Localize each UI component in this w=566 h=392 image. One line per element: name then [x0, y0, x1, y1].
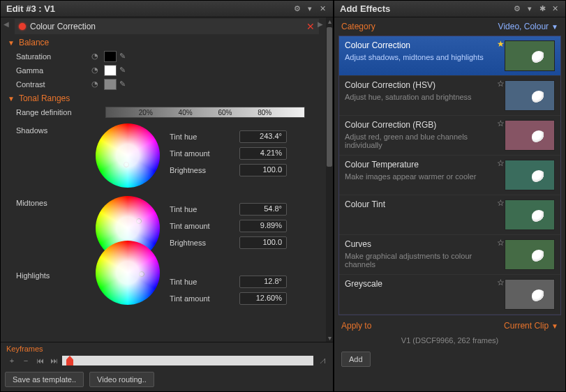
tonal-group-label: Shadows [16, 123, 86, 135]
colour-wheel-cursor[interactable] [124, 162, 129, 167]
tint-hue-row: Tint hue243.4° [170, 130, 287, 143]
tint-hue-value[interactable]: 12.8° [239, 276, 287, 288]
tint-amount-value[interactable]: 12.60% [239, 292, 287, 305]
scrollbar-thumb[interactable] [327, 27, 332, 167]
star-icon[interactable]: ☆ [497, 198, 505, 208]
colour-wheel-cursor[interactable] [139, 271, 144, 277]
tint-amount-label: Tint amount [170, 222, 232, 230]
effect-item[interactable]: Curves Make graphical adjustments to col… [339, 235, 560, 275]
keyframe-track[interactable] [62, 356, 313, 365]
keyframe-add-button[interactable]: + [6, 356, 17, 365]
tint-hue-label: Tint hue [170, 278, 232, 286]
category-row[interactable]: Category Video, Colour ▼ [334, 17, 565, 36]
dropdown-icon[interactable]: ▾ [305, 4, 315, 14]
category-value: Video, Colour [498, 22, 549, 31]
effect-thumbnail [505, 160, 555, 190]
keyframe-first-button[interactable]: ⏮ [34, 356, 45, 365]
effect-item[interactable]: Colour Temperature Make images appear wa… [339, 156, 560, 195]
keyframe-marker[interactable] [66, 356, 73, 365]
gear-icon[interactable]: ⚙ [292, 4, 302, 14]
edit-icon[interactable]: ✎ [119, 80, 129, 89]
dropdown-icon[interactable]: ▾ [525, 4, 535, 14]
keyframe-curve-button[interactable]: ⩘ [316, 356, 327, 365]
disclosure-triangle-icon: ▼ [8, 39, 15, 47]
effect-item[interactable]: Greyscale ☆ [339, 275, 560, 315]
saturation-swatch[interactable] [104, 51, 117, 62]
effect-item-desc: Make images appear warmer or cooler [345, 172, 499, 181]
effect-item[interactable]: Colour Correction (HSV) Adjust hue, satu… [339, 76, 560, 116]
brightness-value[interactable]: 100.0 [239, 164, 287, 176]
tint-hue-label: Tint hue [170, 133, 232, 141]
scroll-up-icon[interactable]: ▴ [326, 17, 333, 25]
effect-item-name: Colour Correction [345, 40, 499, 50]
contrast-row: Contrast ◔ ✎ [1, 77, 333, 91]
star-icon[interactable]: ☆ [497, 158, 505, 168]
apply-to-row[interactable]: Apply to Current Clip ▼ [334, 315, 565, 333]
keyframe-icon[interactable]: ◔ [91, 52, 101, 61]
colour-wheel[interactable] [96, 241, 160, 305]
effect-thumbnail [505, 239, 555, 270]
effect-item[interactable]: Colour Correction (RGB) Adjust red, gree… [339, 116, 560, 156]
tint-amount-value[interactable]: 9.89% [239, 220, 287, 232]
gamma-row: Gamma ◔ ✎ [1, 63, 333, 77]
add-button[interactable]: Add [341, 352, 371, 367]
close-icon[interactable]: ✕ [318, 4, 327, 14]
tint-hue-value[interactable]: 243.4° [239, 130, 287, 143]
star-icon[interactable]: ☆ [497, 278, 505, 287]
tint-amount-value[interactable]: 4.21% [239, 147, 287, 160]
effect-thumbnail [505, 279, 555, 310]
save-template-button[interactable]: Save as template.. [5, 372, 84, 387]
effect-item-desc: Adjust red, green and blue channels indi… [345, 133, 499, 149]
edit-icon[interactable]: ✎ [119, 52, 129, 61]
chevron-right-icon[interactable]: ▶ [316, 20, 325, 28]
apply-to-label: Apply to [341, 321, 504, 331]
tonal-group-shadows: Shadows Tint hue243.4° Tint amount4.21% … [1, 119, 333, 192]
disclosure-triangle-icon: ▼ [8, 95, 15, 103]
tonal-group-header[interactable]: ▼ Tonal Ranges [1, 91, 333, 105]
gamma-label: Gamma [16, 66, 86, 75]
effect-remove-icon[interactable]: ✕ [306, 21, 315, 32]
chevron-left-icon[interactable]: ◀ [2, 20, 10, 28]
range-definition-slider[interactable]: 20%40%60%80% [105, 107, 305, 118]
tint-amount-row: Tint amount4.21% [170, 147, 287, 160]
star-icon[interactable]: ☆ [497, 79, 505, 89]
brightness-value[interactable]: 100.0 [239, 236, 287, 249]
colour-wheel-cursor[interactable] [136, 218, 142, 224]
effect-item[interactable]: Colour Tint ☆ [339, 195, 560, 235]
contrast-label: Contrast [16, 80, 86, 89]
effect-enabled-dot[interactable] [19, 23, 26, 30]
scroll-down-icon[interactable]: ▾ [326, 334, 333, 342]
keyframe-icon[interactable]: ◔ [91, 66, 101, 75]
colour-wheel[interactable] [96, 123, 160, 188]
effect-thumbnail [505, 199, 555, 230]
pin-icon[interactable]: ✱ [537, 4, 547, 14]
chevron-down-icon[interactable]: ▼ [551, 23, 558, 31]
tint-hue-label: Tint hue [170, 205, 232, 213]
apply-to-value: Current Clip [504, 321, 549, 331]
edit-panel-title: Edit #3 : V1 [6, 3, 290, 14]
chevron-down-icon[interactable]: ▼ [551, 322, 558, 330]
star-icon[interactable]: ☆ [497, 238, 505, 248]
tonal-group-title: Tonal Ranges [19, 93, 70, 103]
keyframe-icon[interactable]: ◔ [91, 80, 101, 89]
effect-item-desc: Adjust hue, saturation and brightness [345, 93, 499, 101]
effect-item[interactable]: Colour Correction Adjust shadows, midton… [339, 36, 560, 76]
effects-panel-header: Add Effects ⚙ ▾ ✱ ✕ [334, 1, 565, 17]
keyframe-remove-button[interactable]: − [20, 356, 31, 365]
gamma-swatch[interactable] [104, 65, 117, 76]
range-definition-label: Range definition [16, 108, 100, 116]
star-icon[interactable]: ★ [497, 39, 505, 49]
vertical-scrollbar[interactable]: ▴ ▾ [326, 17, 333, 342]
effect-section-header[interactable]: Colour Correction ✕ [15, 19, 319, 34]
brightness-row: Brightness100.0 [170, 164, 287, 176]
contrast-swatch[interactable] [104, 79, 117, 90]
gear-icon[interactable]: ⚙ [512, 4, 522, 14]
edit-icon[interactable]: ✎ [119, 66, 129, 75]
brightness-row: Brightness100.0 [170, 236, 287, 249]
keyframe-last-button[interactable]: ⏭ [48, 356, 59, 365]
tint-hue-value[interactable]: 54.8° [239, 203, 287, 216]
close-icon[interactable]: ✕ [550, 4, 560, 14]
video-routing-button[interactable]: Video routing.. [89, 372, 154, 387]
star-icon[interactable]: ☆ [497, 119, 505, 128]
balance-group-header[interactable]: ▼ Balance [1, 36, 333, 50]
